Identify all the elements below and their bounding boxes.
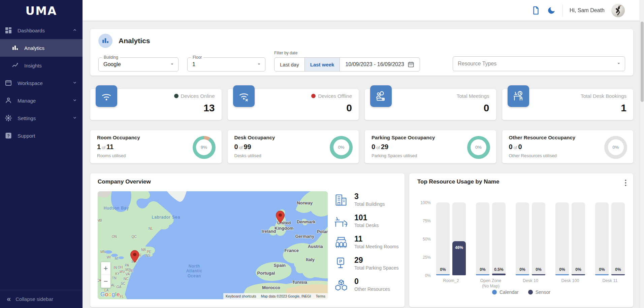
other-resource-occupancy-card: Other Resource Occupancy 0of0 Other Reso… bbox=[502, 130, 634, 163]
manage-icon bbox=[5, 97, 12, 104]
scrollbar-thumb[interactable] bbox=[641, 22, 644, 102]
bar-group: 0%46%Room_2 bbox=[436, 202, 466, 275]
bar-value-label: 0% bbox=[611, 267, 625, 272]
last-week-button[interactable]: Last week bbox=[304, 58, 340, 71]
occupancy-used: 0 bbox=[372, 143, 375, 150]
chevron-down-icon bbox=[72, 115, 77, 121]
chart-title: Top Resource Usage by Name bbox=[417, 178, 625, 185]
bar-baseline bbox=[595, 274, 609, 275]
topbar: Hi, Sam Death bbox=[83, 0, 640, 21]
page-title: Analytics bbox=[119, 37, 150, 45]
bar-chart: 100% 75% 50% 25% 0% 0%46%Room_20%0.5%Ope… bbox=[417, 202, 625, 304]
stat-value: 3 bbox=[354, 192, 385, 200]
svg-text:P: P bbox=[339, 259, 342, 264]
zoom-out-button[interactable]: − bbox=[101, 275, 110, 288]
legend-item-calendar[interactable]: Calendar bbox=[492, 289, 519, 295]
bar-track: 0% bbox=[611, 202, 625, 275]
bar-value-label: 0.5% bbox=[492, 267, 506, 272]
google-logo[interactable]: Google bbox=[100, 291, 120, 298]
svg-text:?: ? bbox=[7, 134, 9, 138]
occupancy-subtitle: Parking Spaces utilised bbox=[372, 153, 435, 158]
user-greeting: Hi, Sam Death bbox=[570, 7, 605, 13]
parking-icon: P bbox=[333, 256, 349, 272]
resource-types-select[interactable]: Resource Types bbox=[453, 56, 625, 71]
sidebar-item-workspace[interactable]: Workspace bbox=[0, 74, 83, 92]
devices-offline-card: Devices Offline 0 bbox=[228, 89, 359, 120]
bar-baseline bbox=[516, 274, 529, 275]
floor-select-label: Floor bbox=[191, 55, 203, 60]
stat-label: Total Buildings bbox=[354, 201, 385, 207]
occupancy-donut: 0% bbox=[330, 136, 353, 159]
desk-booking-icon bbox=[508, 85, 529, 107]
building-select[interactable]: Building Google bbox=[98, 57, 179, 72]
kebab-menu-icon[interactable] bbox=[623, 178, 628, 189]
occupancy-title: Desk Occupancy bbox=[234, 135, 275, 140]
date-range-picker[interactable]: 10/09/2023 - 16/09/2023 bbox=[340, 58, 419, 71]
moon-icon[interactable] bbox=[547, 6, 556, 15]
keyboard-shortcuts-link[interactable]: Keyboard shortcuts bbox=[223, 293, 258, 299]
chevron-down-icon bbox=[170, 61, 174, 67]
sidebar-item-insights[interactable]: Insights bbox=[0, 57, 83, 74]
analytics-filter-card: Analytics Building Google Floor 1 Filter… bbox=[90, 29, 633, 76]
sidebar-item-label: Workspace bbox=[18, 80, 43, 86]
y-tick: 100% bbox=[420, 200, 431, 205]
sidebar-nav: Dashboards Analytics Insights Workspace bbox=[0, 22, 83, 290]
x-axis-category-label: Desk 100 bbox=[553, 278, 587, 283]
zoom-in-button[interactable]: + bbox=[101, 262, 110, 275]
sidebar-item-support[interactable]: ? Support bbox=[0, 127, 83, 144]
list-item-parking: P 29Total Parking Spaces bbox=[333, 256, 402, 272]
occupancy-total: 29 bbox=[381, 143, 388, 150]
sidebar-item-analytics[interactable]: Analytics bbox=[0, 39, 83, 57]
avatar[interactable] bbox=[611, 4, 625, 17]
bar-baseline bbox=[555, 274, 569, 275]
list-item-meeting-rooms: 11Total Meeting Rooms bbox=[333, 235, 402, 250]
map-pin-us[interactable] bbox=[130, 250, 139, 263]
company-overview-card: Company Overview bbox=[90, 173, 405, 307]
chevron-up-icon bbox=[72, 28, 77, 33]
occupancy-used: 0 bbox=[509, 143, 513, 150]
occupancy-donut: 9% bbox=[193, 136, 216, 159]
map-land-shapes bbox=[98, 191, 328, 299]
total-meetings-card: Total Meetings 0 bbox=[365, 89, 496, 120]
map-pin-uk[interactable] bbox=[276, 211, 285, 223]
occupancy-title: Room Occupancy bbox=[97, 135, 140, 140]
bar-group: 0%0%Desk 100 bbox=[555, 202, 585, 275]
meeting-rooms-icon bbox=[333, 235, 349, 250]
room-occupancy-card: Room Occupancy 1of11 Rooms utilised 9% bbox=[90, 130, 222, 163]
sidebar-item-manage[interactable]: Manage bbox=[0, 92, 83, 109]
occupancy-subtitle: Rooms utilised bbox=[97, 153, 140, 158]
collapse-sidebar-button[interactable]: « Collapse sidebar bbox=[0, 290, 83, 308]
bar-baseline bbox=[572, 274, 585, 275]
bar-track: 0% bbox=[532, 202, 545, 275]
analytics-icon bbox=[11, 44, 19, 52]
of-word: of bbox=[375, 145, 381, 150]
terms-link[interactable]: Terms bbox=[313, 293, 328, 299]
last-day-button[interactable]: Last day bbox=[275, 58, 304, 71]
bar-group: 0%0%Desk 11 bbox=[595, 202, 625, 275]
collapse-icon: « bbox=[7, 296, 11, 303]
stat-value: 29 bbox=[354, 256, 399, 264]
sidebar-item-dashboards[interactable]: Dashboards bbox=[0, 22, 83, 39]
uma-logo: UMA bbox=[0, 0, 83, 22]
y-axis: 100% 75% 50% 25% 0% bbox=[417, 202, 431, 275]
x-axis-category-label: Room_2 bbox=[434, 278, 468, 283]
occupancy-donut: 0% bbox=[467, 136, 490, 159]
of-word: of bbox=[513, 145, 518, 150]
bar-track: 0.5% bbox=[492, 202, 506, 275]
resource-types-placeholder: Resource Types bbox=[458, 61, 617, 67]
document-icon[interactable] bbox=[532, 6, 540, 15]
x-axis-category-label: Open Zone(No Map) bbox=[474, 278, 508, 289]
bar-group: 0%0.5%Open Zone(No Map) bbox=[476, 202, 506, 275]
company-stats-list: 3Total Buildings 101Total Desks 11Total … bbox=[333, 192, 402, 293]
page-scrollbar[interactable] bbox=[640, 0, 644, 308]
status-dot bbox=[311, 94, 316, 98]
occupancy-total: 99 bbox=[244, 143, 251, 150]
legend-item-sensor[interactable]: Sensor bbox=[528, 289, 550, 295]
sidebar-item-settings[interactable]: Settings bbox=[0, 109, 83, 127]
floor-select[interactable]: Floor 1 bbox=[187, 57, 265, 72]
occupancy-title: Parking Space Occupancy bbox=[372, 135, 435, 140]
desk-occupancy-card: Desk Occupancy 0of99 Desks utilised 0% bbox=[228, 130, 359, 163]
topbar-divider bbox=[562, 4, 563, 17]
world-map[interactable]: Hudson BayLabrador SeaNorthAtlanticOcean… bbox=[98, 191, 328, 299]
occupancy-used: 0 bbox=[234, 143, 238, 150]
